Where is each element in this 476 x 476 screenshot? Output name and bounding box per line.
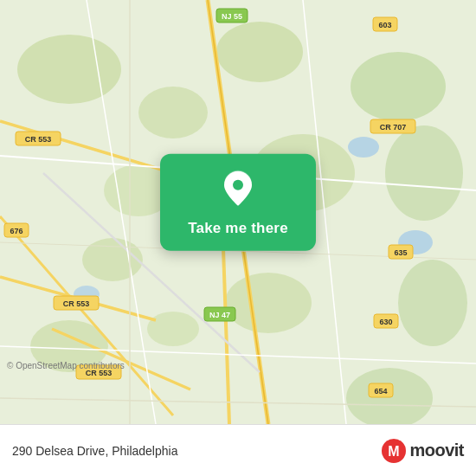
moovit-icon-svg: M [382, 439, 406, 463]
moovit-logo: M moovit [382, 439, 464, 463]
svg-text:603: 603 [378, 21, 391, 29]
address-text: 290 Delsea Drive, Philadelphia [12, 444, 177, 458]
svg-point-9 [82, 238, 143, 281]
svg-text:CR 707: CR 707 [380, 123, 407, 132]
osm-credit: © OpenStreetMap contributors [7, 361, 125, 370]
svg-text:NJ 47: NJ 47 [209, 311, 230, 319]
svg-point-14 [348, 137, 379, 158]
svg-point-1 [17, 35, 121, 104]
bottom-bar: 290 Delsea Drive, Philadelphia M moovit [0, 424, 476, 476]
moovit-brand-text: moovit [409, 441, 464, 460]
take-me-there-button[interactable]: Take me there [188, 220, 288, 237]
svg-point-11 [147, 312, 199, 346]
svg-text:NJ 55: NJ 55 [222, 12, 242, 21]
svg-text:654: 654 [374, 387, 387, 396]
svg-point-3 [351, 52, 446, 121]
svg-text:630: 630 [379, 318, 392, 326]
svg-text:CR 553: CR 553 [25, 135, 52, 144]
map-container: CR 553 CR 553 CR 553 NJ 55 NJ 47 CR 707 … [0, 0, 476, 424]
svg-point-56 [233, 180, 243, 190]
pin-icon [222, 170, 254, 213]
svg-text:M: M [389, 444, 400, 459]
svg-point-2 [216, 22, 303, 82]
location-card: Take me there [160, 154, 316, 251]
svg-text:635: 635 [394, 248, 407, 257]
svg-point-5 [398, 260, 467, 346]
svg-text:CR 553: CR 553 [63, 299, 90, 308]
svg-point-12 [225, 273, 312, 333]
svg-text:676: 676 [10, 227, 23, 235]
svg-point-4 [385, 125, 463, 221]
svg-point-7 [138, 87, 208, 138]
address-info: 290 Delsea Drive, Philadelphia [12, 444, 177, 458]
